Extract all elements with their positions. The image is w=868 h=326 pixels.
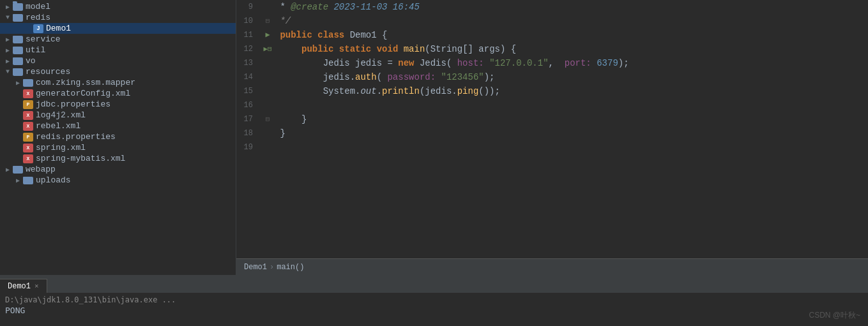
demo1-java-icon: J (33, 24, 43, 33)
sidebar-item-uploads[interactable]: uploads (0, 175, 236, 186)
sidebar-item-webapp[interactable]: webapp (0, 164, 236, 175)
vo-arrow (3, 57, 13, 65)
breadcrumb-class[interactable]: Demo1 (244, 263, 267, 272)
redis-label: redis (26, 13, 50, 22)
gutter-17[interactable]: ⊟ (261, 112, 275, 126)
sidebar-item-spring[interactable]: X spring.xml (0, 142, 236, 153)
line-num-12: 12 (236, 42, 261, 56)
line-num-19: 19 (236, 140, 261, 154)
line-num-18: 18 (236, 126, 261, 140)
code-line-17: 17 ⊟ } (236, 112, 868, 126)
jdbc-label: jdbc.properties (36, 100, 110, 109)
jdbc-props-icon: P (23, 100, 33, 109)
redis-props-icon: P (23, 133, 33, 142)
sidebar-item-log4j2[interactable]: X log4j2.xml (0, 110, 236, 121)
redis-arrow (3, 14, 13, 21)
sidebar: model redis J Demo1 service util (0, 0, 236, 275)
webapp-folder-icon (13, 166, 23, 174)
line-content-18: } (275, 126, 868, 140)
uploads-label: uploads (36, 175, 71, 185)
bottom-tabs: Demo1 × (0, 276, 868, 293)
resources-folder-icon (13, 68, 23, 76)
spring-mybatis-xml-icon: X (23, 154, 33, 163)
line-num-15: 15 (236, 84, 261, 98)
util-folder-icon (13, 47, 23, 54)
sidebar-item-service[interactable]: service (0, 34, 236, 45)
sidebar-item-spring-mybatis[interactable]: X spring-mybatis.xml (0, 153, 236, 164)
code-line-14: 14 jedis.auth( password: "123456"); (236, 70, 868, 84)
spring-label: spring.xml (36, 143, 86, 152)
bottom-content: D:\java\jdk1.8.0_131\bin\java.exe ... PO… (0, 293, 868, 326)
spring-mybatis-label: spring-mybatis.xml (36, 154, 125, 163)
code-line-19: 19 (236, 140, 868, 154)
log4j2-label: log4j2.xml (36, 110, 86, 120)
resources-label: resources (26, 67, 70, 77)
gutter-10[interactable]: ⊟ (261, 14, 275, 28)
spring-xml-icon: X (23, 144, 33, 152)
sidebar-item-mapper[interactable]: com.zking.ssm.mapper (0, 77, 236, 88)
line-num-14: 14 (236, 70, 261, 84)
sidebar-item-redis[interactable]: redis (0, 12, 236, 23)
webapp-arrow (3, 166, 13, 174)
line-content-10: */ (275, 14, 868, 28)
sidebar-item-resources[interactable]: resources (0, 66, 236, 77)
code-area[interactable]: 9 * @create 2023-11-03 16:45 10 ⊟ */ 11 … (236, 0, 868, 258)
breadcrumb-bar: Demo1 › main() (236, 258, 868, 275)
service-folder-icon (13, 36, 23, 43)
genconfig-xml-icon: X (23, 89, 33, 98)
webapp-label: webapp (26, 165, 56, 174)
service-label: service (26, 34, 61, 44)
sidebar-item-demo1[interactable]: J Demo1 (0, 23, 236, 34)
vo-folder-icon (13, 57, 23, 65)
code-line-9: 9 * @create 2023-11-03 16:45 (236, 0, 868, 14)
line-content-12: public static void main(String[] args) { (275, 42, 868, 56)
run-command: D:\java\jdk1.8.0_131\bin\java.exe ... (5, 295, 863, 304)
sidebar-item-genconfig[interactable]: X generatorConfig.xml (0, 88, 236, 99)
editor: 9 * @create 2023-11-03 16:45 10 ⊟ */ 11 … (236, 0, 868, 275)
bottom-tab-demo1[interactable]: Demo1 × (0, 279, 47, 293)
bottom-tab-close[interactable]: × (34, 283, 39, 290)
code-line-13: 13 Jedis jedis = new Jedis( host: "127.0… (236, 56, 868, 70)
rebel-xml-icon: X (23, 122, 33, 131)
mapper-arrow (13, 79, 23, 87)
code-line-15: 15 System.out.println(jedis.ping()); (236, 84, 868, 98)
mapper-folder-icon (23, 79, 33, 87)
service-arrow (3, 36, 13, 43)
util-label: util (26, 45, 45, 55)
model-arrow (3, 3, 13, 11)
line-num-17: 17 (236, 112, 261, 126)
sidebar-item-redis-props[interactable]: P redis.properties (0, 131, 236, 142)
line-content-9: * @create 2023-11-03 16:45 (275, 0, 868, 14)
code-line-16: 16 (236, 98, 868, 112)
line-content-14: jedis.auth( password: "123456"); (275, 70, 868, 84)
gutter-11[interactable]: ▶ (261, 28, 275, 42)
sidebar-item-rebel[interactable]: X rebel.xml (0, 121, 236, 131)
watermark: CSDN @叶秋~ (809, 310, 860, 321)
sidebar-item-jdbc[interactable]: P jdbc.properties (0, 99, 236, 110)
model-label: model (26, 2, 50, 11)
code-line-11: 11 ▶ public class Demo1 { (236, 28, 868, 42)
sidebar-item-util[interactable]: util (0, 45, 236, 56)
uploads-folder-icon (23, 177, 33, 184)
resources-arrow (3, 68, 13, 75)
mapper-label: com.zking.ssm.mapper (36, 78, 135, 87)
breadcrumb-method[interactable]: main() (277, 263, 304, 272)
bottom-tab-label: Demo1 (8, 282, 31, 291)
code-line-12: 12 ▶⊟ public static void main(String[] a… (236, 42, 868, 56)
sidebar-item-vo[interactable]: vo (0, 56, 236, 66)
line-num-16: 16 (236, 98, 261, 112)
sidebar-item-model[interactable]: model (0, 1, 236, 12)
line-content-13: Jedis jedis = new Jedis( host: "127.0.0.… (275, 56, 868, 70)
line-content-17: } (275, 112, 868, 126)
line-num-11: 11 (236, 28, 261, 42)
bottom-panel: Demo1 × D:\java\jdk1.8.0_131\bin\java.ex… (0, 275, 868, 326)
uploads-arrow (13, 177, 23, 184)
log4j2-xml-icon: X (23, 111, 33, 120)
line-num-10: 10 (236, 14, 261, 28)
line-content-11: public class Demo1 { (275, 28, 868, 42)
code-line-10: 10 ⊟ */ (236, 14, 868, 28)
code-lines: 9 * @create 2023-11-03 16:45 10 ⊟ */ 11 … (236, 0, 868, 154)
rebel-label: rebel.xml (36, 121, 80, 131)
gutter-12[interactable]: ▶⊟ (261, 42, 275, 56)
util-arrow (3, 47, 13, 54)
